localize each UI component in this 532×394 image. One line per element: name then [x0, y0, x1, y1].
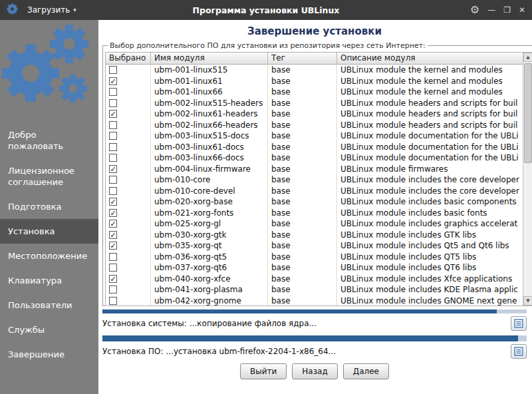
table-row[interactable]: ubm-003-linux61-docsbaseUBLinux module d… — [106, 142, 523, 153]
column-header[interactable]: Тег — [268, 53, 337, 64]
table-row[interactable]: ubm-010-corebaseUBLinux module includes … — [106, 174, 523, 186]
checkbox-cell: ✓ — [106, 230, 151, 241]
table-row[interactable]: ✓ubm-025-xorg-glbaseUBLinux module inclu… — [106, 218, 523, 230]
load-button[interactable]: Загрузить ▾ — [23, 3, 80, 17]
software-status-row: Установка ПО: ...установка ubm-firefox-2… — [101, 343, 528, 360]
column-header[interactable]: Выбрано — [106, 53, 151, 64]
checkbox-cell — [106, 142, 151, 153]
table-row[interactable]: ✓ubm-001-linux61baseUBLinux module the k… — [106, 76, 523, 87]
sidebar-item-inactive[interactable]: Пользователи — [0, 293, 98, 317]
sidebar-item-inactive[interactable]: Добро пожаловать — [0, 122, 98, 158]
cell-tag: base — [268, 98, 337, 109]
scroll-down-arrow[interactable]: ▼ — [523, 296, 532, 305]
cell-desc: UBLinux module headers and scripts for b… — [337, 98, 523, 109]
module-checkbox[interactable] — [109, 286, 117, 294]
module-checkbox[interactable] — [109, 99, 117, 107]
system-log-button[interactable] — [511, 316, 527, 331]
scroll-track[interactable] — [523, 62, 532, 296]
back-button[interactable]: Назад — [292, 363, 337, 379]
table-header: ВыбраноИмя модуляТегОписание модуля — [106, 53, 523, 65]
table-row[interactable]: ✓ubm-004-linux-firmwarebaseUBLinux modul… — [106, 164, 523, 175]
table-row[interactable]: ubm-001-linux515baseUBLinux module the k… — [106, 65, 523, 76]
checkbox-cell — [106, 186, 151, 197]
cell-tag: base — [268, 142, 337, 153]
module-checkbox[interactable] — [109, 66, 117, 74]
table-row[interactable]: ubm-037-xorg-qt6baseUBLinux module inclu… — [106, 262, 523, 274]
cell-name: ubm-021-xorg-fonts — [151, 208, 268, 219]
table-row[interactable]: ubm-003-linux515-docsbaseUBLinux module … — [106, 130, 523, 142]
table-row[interactable]: ✓ubm-002-linux61-headersbaseUBLinux modu… — [106, 108, 523, 120]
table-row[interactable]: ubm-003-linux66-docsbaseUBLinux module d… — [106, 152, 523, 164]
module-checkbox[interactable]: ✓ — [109, 77, 117, 85]
module-checkbox[interactable]: ✓ — [109, 220, 117, 228]
cell-desc: UBLinux module firmwares — [337, 164, 523, 175]
module-checkbox[interactable] — [109, 143, 117, 151]
module-checkbox[interactable]: ✓ — [109, 209, 117, 217]
module-checkbox[interactable] — [109, 121, 117, 129]
checkbox-cell: ✓ — [106, 274, 151, 285]
module-checkbox[interactable]: ✓ — [109, 198, 117, 206]
module-checkbox[interactable] — [109, 176, 117, 184]
checkbox-cell — [106, 152, 151, 164]
checkbox-cell — [106, 98, 151, 109]
module-checkbox[interactable]: ✓ — [109, 275, 117, 283]
sidebar-item-active[interactable]: Установка — [0, 219, 98, 244]
scroll-up-arrow[interactable]: ▲ — [523, 53, 532, 62]
sidebar-item-inactive[interactable]: Клавиатура — [0, 268, 98, 293]
sidebar-item-inactive[interactable]: Подготовка — [0, 194, 98, 219]
scroll-thumb[interactable] — [524, 63, 532, 163]
module-checkbox[interactable]: ✓ — [109, 110, 117, 118]
column-header[interactable]: Имя модуля — [151, 53, 268, 64]
table-row[interactable]: ubm-002-linux515-headersbaseUBLinux modu… — [106, 98, 523, 109]
module-checkbox[interactable] — [109, 88, 117, 96]
module-checkbox[interactable]: ✓ — [109, 242, 117, 250]
table-row[interactable]: ubm-002-linux66-headersbaseUBLinux modul… — [106, 120, 523, 131]
table-row[interactable]: ✓ubm-020-xorg-basebaseUBLinux module inc… — [106, 196, 523, 208]
next-button[interactable]: Далее — [343, 363, 389, 379]
module-checkbox[interactable] — [109, 154, 117, 162]
cell-name: ubm-010-core-devel — [151, 186, 268, 197]
settings-gear-icon[interactable]: ⚙ — [470, 5, 479, 15]
module-checkbox[interactable] — [109, 264, 117, 272]
module-checkbox[interactable]: ✓ — [109, 231, 117, 239]
module-checkbox[interactable] — [109, 253, 117, 261]
table-row[interactable]: ubm-010-core-develbaseUBLinux module inc… — [106, 186, 523, 197]
module-checkbox[interactable] — [109, 297, 117, 305]
close-button[interactable]: ✕ — [519, 6, 525, 14]
software-log-button[interactable] — [511, 344, 527, 359]
table-row[interactable]: ubm-001-linux66baseUBLinux module the ke… — [106, 87, 523, 98]
module-checkbox[interactable] — [109, 187, 117, 195]
checkbox-cell: ✓ — [106, 196, 151, 208]
table-row[interactable]: ✓ubm-021-xorg-fontsbaseUBLinux module in… — [106, 208, 523, 219]
checkbox-cell: ✓ — [106, 208, 151, 219]
cell-tag: base — [268, 120, 337, 131]
cell-desc: UBLinux module includes QT5 libs — [337, 252, 523, 263]
cell-name: ubm-004-linux-firmware — [151, 164, 268, 175]
cell-name: ubm-002-linux61-headers — [151, 108, 268, 120]
sidebar-item-inactive[interactable]: Местоположение — [0, 244, 98, 268]
module-checkbox[interactable] — [109, 132, 117, 140]
sidebar-item-inactive[interactable]: Лицензионное соглашение — [0, 158, 98, 194]
column-header[interactable]: Описание модуля — [337, 53, 523, 64]
sidebar-item-inactive[interactable]: Завершение — [0, 342, 98, 367]
checkbox-cell — [106, 120, 151, 131]
table-row[interactable]: ubm-041-xorg-plasmabaseUBLinux module in… — [106, 284, 523, 296]
table-row[interactable]: ubm-042-xorg-gnomebaseUBLinux module inc… — [106, 296, 523, 306]
sidebar-item-inactive[interactable]: Службы — [0, 317, 98, 342]
cell-desc: UBLinux module includes KDE Plasma appli… — [337, 284, 523, 296]
module-table: ВыбраноИмя модуляТегОписание модуля ubm-… — [105, 52, 532, 306]
cell-desc: UBLinux module the kernel and modules — [337, 87, 523, 98]
exit-button[interactable]: Выйти — [240, 363, 287, 379]
table-row[interactable]: ✓ubm-035-xorg-qtbaseUBLinux module inclu… — [106, 240, 523, 252]
maximize-button[interactable]: ❐ — [503, 6, 511, 14]
table-row[interactable]: ✓ubm-030-xorg-gtkbaseUBLinux module incl… — [106, 230, 523, 241]
cell-tag: base — [268, 186, 337, 197]
vertical-scrollbar[interactable]: ▲ ▼ — [523, 53, 532, 305]
table-row[interactable]: ✓ubm-040-xorg-xfcebaseUBLinux module inc… — [106, 274, 523, 285]
module-checkbox[interactable]: ✓ — [109, 165, 117, 173]
minimize-button[interactable]: — — [487, 6, 495, 14]
table-row[interactable]: ubm-036-xorg-qt5baseUBLinux module inclu… — [106, 252, 523, 263]
cell-name: ubm-001-linux515 — [151, 65, 268, 76]
checkbox-cell — [106, 284, 151, 296]
cell-tag: base — [268, 230, 337, 241]
